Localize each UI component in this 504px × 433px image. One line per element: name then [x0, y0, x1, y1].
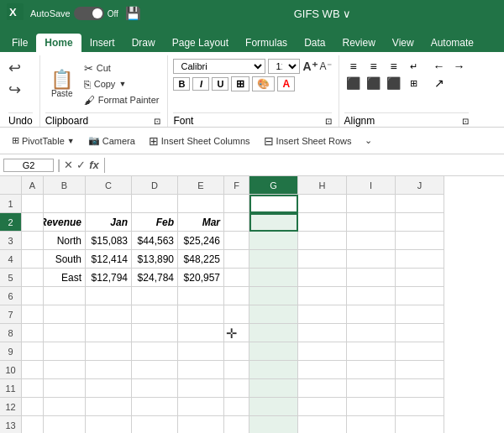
cell-c11[interactable]: [86, 379, 132, 398]
cell-e9[interactable]: [178, 342, 224, 361]
cell-e11[interactable]: [178, 379, 224, 398]
tab-data[interactable]: Data: [296, 34, 333, 52]
row-header-1[interactable]: 1: [0, 195, 22, 213]
cell-g10[interactable]: [249, 361, 298, 379]
cell-d6[interactable]: [132, 287, 178, 305]
cell-d11[interactable]: [132, 379, 178, 398]
cell-a12[interactable]: [22, 398, 44, 416]
copy-button[interactable]: ⎘ Copy ▼: [82, 77, 161, 91]
cell-j7[interactable]: [396, 305, 444, 324]
pivot-table-button[interactable]: ⊞ PivotTable ▼: [7, 133, 80, 149]
cell-f1[interactable]: [224, 195, 249, 213]
rotate-text-button[interactable]: ↗: [430, 76, 449, 91]
align-right-button[interactable]: ⬛: [385, 76, 403, 91]
cell-a13[interactable]: [22, 416, 44, 433]
cell-i3[interactable]: [347, 232, 396, 250]
row-header-10[interactable]: 10: [0, 361, 22, 379]
cancel-icon[interactable]: ✕: [64, 159, 73, 171]
cell-f5[interactable]: [224, 269, 249, 287]
cell-g4[interactable]: [249, 250, 298, 269]
cell-f3[interactable]: [224, 232, 249, 250]
align-top-center-button[interactable]: ≡: [365, 59, 383, 74]
cell-g6[interactable]: [249, 287, 298, 305]
cell-f7[interactable]: [224, 305, 249, 324]
cell-h10[interactable]: [298, 361, 347, 379]
align-top-left-button[interactable]: ≡: [344, 59, 363, 74]
cell-a1[interactable]: [22, 195, 44, 213]
cell-i2[interactable]: [347, 213, 396, 232]
cell-e13[interactable]: [178, 416, 224, 433]
cut-button[interactable]: ✂ Cut: [82, 61, 161, 76]
cell-g12[interactable]: [249, 398, 298, 416]
cell-f9[interactable]: [224, 342, 249, 361]
cell-f13[interactable]: [224, 416, 249, 433]
autosave-toggle[interactable]: [74, 7, 104, 20]
cell-a2[interactable]: [22, 213, 44, 232]
cell-d1[interactable]: [132, 195, 178, 213]
col-header-i[interactable]: I: [347, 176, 396, 195]
cell-a7[interactable]: [22, 305, 44, 324]
indent-increase-button[interactable]: →: [450, 59, 469, 74]
cell-e4[interactable]: $48,225: [178, 250, 224, 269]
cell-g13[interactable]: [249, 416, 298, 433]
cell-j13[interactable]: [396, 416, 444, 433]
camera-button[interactable]: 📷 Camera: [83, 133, 140, 149]
cell-e10[interactable]: [178, 361, 224, 379]
cell-j8[interactable]: [396, 324, 444, 342]
cell-j6[interactable]: [396, 287, 444, 305]
cell-a3[interactable]: [22, 232, 44, 250]
cell-i5[interactable]: [347, 269, 396, 287]
cell-i13[interactable]: [347, 416, 396, 433]
cell-i11[interactable]: [347, 379, 396, 398]
cell-h13[interactable]: [298, 416, 347, 433]
cell-j1[interactable]: [396, 195, 444, 213]
font-size-select[interactable]: 11: [268, 59, 300, 74]
cell-d5[interactable]: $24,784: [132, 269, 178, 287]
row-header-7[interactable]: 7: [0, 305, 22, 324]
cell-b7[interactable]: [44, 305, 86, 324]
cell-f4[interactable]: [224, 250, 249, 269]
undo-button[interactable]: ↩: [8, 59, 21, 77]
cell-i1[interactable]: [347, 195, 396, 213]
row-header-8[interactable]: 8: [0, 324, 22, 342]
cell-a10[interactable]: [22, 361, 44, 379]
col-header-b[interactable]: B: [44, 176, 86, 195]
redo-button[interactable]: ↪: [8, 81, 21, 99]
cell-h5[interactable]: [298, 269, 347, 287]
cell-c3[interactable]: $15,083: [86, 232, 132, 250]
cell-e8[interactable]: [178, 324, 224, 342]
save-icon[interactable]: 💾: [125, 6, 141, 21]
cell-j9[interactable]: [396, 342, 444, 361]
col-header-c[interactable]: C: [86, 176, 132, 195]
cell-d10[interactable]: [132, 361, 178, 379]
tab-draw[interactable]: Draw: [123, 34, 164, 52]
cell-h9[interactable]: [298, 342, 347, 361]
font-expand-icon[interactable]: ⊡: [325, 117, 332, 126]
cell-a8[interactable]: [22, 324, 44, 342]
indent-decrease-button[interactable]: ←: [430, 59, 449, 74]
cell-c8[interactable]: [86, 324, 132, 342]
cell-h11[interactable]: [298, 379, 347, 398]
cell-g8[interactable]: [249, 324, 298, 342]
cell-c5[interactable]: $12,794: [86, 269, 132, 287]
cell-i9[interactable]: [347, 342, 396, 361]
bold-button[interactable]: B: [173, 77, 190, 91]
col-header-a[interactable]: A: [22, 176, 44, 195]
cell-b13[interactable]: [44, 416, 86, 433]
cell-c6[interactable]: [86, 287, 132, 305]
cell-a4[interactable]: [22, 250, 44, 269]
cell-c9[interactable]: [86, 342, 132, 361]
cell-j10[interactable]: [396, 361, 444, 379]
cell-a6[interactable]: [22, 287, 44, 305]
col-header-e[interactable]: E: [178, 176, 224, 195]
cell-d9[interactable]: [132, 342, 178, 361]
cell-f2[interactable]: [224, 213, 249, 232]
function-icon[interactable]: fx: [89, 159, 99, 171]
row-header-6[interactable]: 6: [0, 287, 22, 305]
col-header-j[interactable]: J: [396, 176, 444, 195]
border-button[interactable]: ⊞: [231, 76, 249, 91]
cell-d3[interactable]: $44,563: [132, 232, 178, 250]
row-header-12[interactable]: 12: [0, 398, 22, 416]
cell-b2[interactable]: Revenue: [44, 213, 86, 232]
cell-h1[interactable]: [298, 195, 347, 213]
